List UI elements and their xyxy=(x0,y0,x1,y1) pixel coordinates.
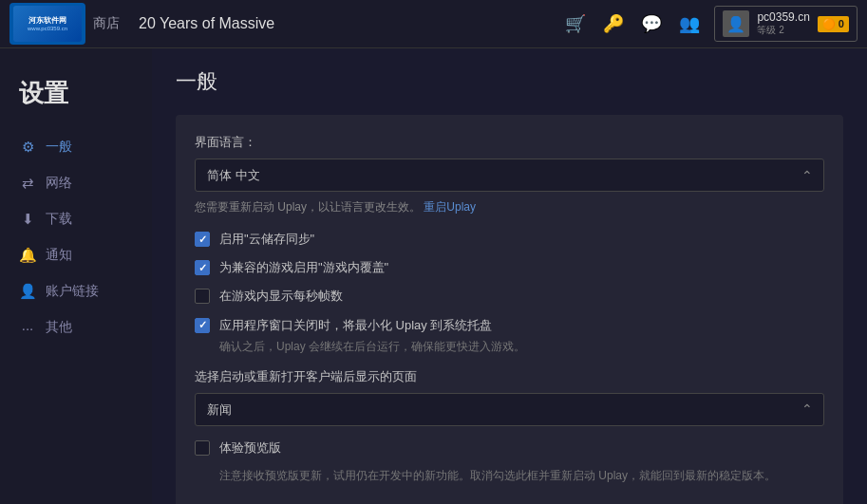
logo-text: 河东软件网 xyxy=(28,16,66,26)
user-level: 等级 2 xyxy=(757,24,809,37)
account-icon: 👤 xyxy=(19,283,36,300)
cart-icon[interactable]: 🛒 xyxy=(565,13,586,34)
section-title: 一般 xyxy=(176,67,843,96)
sidebar-label-download: 下载 xyxy=(46,211,72,228)
preview-note: 注意接收预览版更新，试用仍在开发中的新功能。取消勾选此框并重新启动 Uplay，… xyxy=(219,468,824,484)
sidebar-item-download[interactable]: ⬇ 下载 xyxy=(0,201,152,237)
checkbox-preview-row: 体验预览版 xyxy=(195,439,824,457)
language-label: 界面语言： xyxy=(195,134,824,151)
user-points: 🟠 0 xyxy=(818,16,849,32)
sidebar-title: 设置 xyxy=(0,67,152,129)
logo-url: www.pc0359.cn xyxy=(28,26,67,31)
topnav: 河东软件网 www.pc0359.cn 商店 20 Years of Massi… xyxy=(0,0,867,48)
settings-card: 界面语言： 简体 中文 ⌃ 您需要重新启动 Uplay，以让语言更改生效。 重启… xyxy=(176,115,843,504)
checkbox-preview[interactable] xyxy=(195,440,210,456)
user-menu[interactable]: 👤 pc0359.cn 等级 2 🟠 0 xyxy=(714,6,858,42)
more-icon: ··· xyxy=(19,320,36,336)
sidebar-item-network[interactable]: ⇄ 网络 xyxy=(0,165,152,201)
sidebar-label-other: 其他 xyxy=(46,319,72,336)
nav-icons: 🛒 🔑 💬 👥 xyxy=(565,13,700,34)
checkbox-overlay[interactable] xyxy=(195,260,210,275)
logo: 河东软件网 www.pc0359.cn xyxy=(9,3,85,45)
language-select[interactable]: 简体 中文 xyxy=(195,159,824,192)
sidebar-item-other[interactable]: ··· 其他 xyxy=(0,309,152,345)
page-title: 20 Years of Massive xyxy=(139,15,565,32)
gear-icon: ⚙ xyxy=(19,139,36,156)
sidebar-label-network: 网络 xyxy=(46,175,72,192)
content-area: 一般 界面语言： 简体 中文 ⌃ 您需要重新启动 Uplay，以让语言更改生效。… xyxy=(152,48,867,504)
friends-icon[interactable]: 👥 xyxy=(679,13,700,34)
sidebar-item-account[interactable]: 👤 账户链接 xyxy=(0,273,152,309)
key-icon[interactable]: 🔑 xyxy=(603,13,624,34)
sidebar-label-general: 一般 xyxy=(46,139,72,156)
sidebar: 设置 ⚙ 一般 ⇄ 网络 ⬇ 下载 🔔 通知 👤 账户链接 ··· 其他 xyxy=(0,48,152,504)
sidebar-item-notify[interactable]: 🔔 通知 xyxy=(0,237,152,273)
language-selector-wrapper: 简体 中文 ⌃ xyxy=(195,159,824,192)
sidebar-label-account: 账户链接 xyxy=(46,283,99,300)
sidebar-item-general[interactable]: ⚙ 一般 xyxy=(0,129,152,165)
checkbox-minimize-label: 应用程序窗口关闭时，将最小化 Uplay 到系统托盘 xyxy=(219,317,492,334)
checkbox-fps-label: 在游戏内显示每秒帧数 xyxy=(219,288,343,305)
startup-selector-wrapper: 新闻 ⌃ xyxy=(195,393,824,426)
checkbox-cloud-sync-row: 启用"云储存同步" xyxy=(195,231,824,248)
user-name: pc0359.cn xyxy=(757,10,809,24)
checkbox-cloud-sync[interactable] xyxy=(195,232,210,247)
checkbox-preview-label: 体验预览版 xyxy=(219,439,281,457)
checkbox-minimize[interactable] xyxy=(195,318,210,333)
minimize-note: 确认之后，Uplay 会继续在后台运行，确保能更快进入游戏。 xyxy=(219,339,824,355)
restart-note: 您需要重新启动 Uplay，以让语言更改生效。 重启Uplay xyxy=(195,199,824,215)
chat-icon[interactable]: 💬 xyxy=(641,13,662,34)
checkbox-fps-row: 在游戏内显示每秒帧数 xyxy=(195,288,824,305)
bell-icon: 🔔 xyxy=(19,247,36,264)
sidebar-label-notify: 通知 xyxy=(46,247,72,264)
startup-select[interactable]: 新闻 xyxy=(195,393,824,426)
avatar: 👤 xyxy=(723,10,749,37)
main-layout: 设置 ⚙ 一般 ⇄ 网络 ⬇ 下载 🔔 通知 👤 账户链接 ··· 其他 一般 xyxy=(0,48,867,504)
checkbox-overlay-row: 为兼容的游戏启用"游戏内覆盖" xyxy=(195,259,824,276)
user-info: pc0359.cn 等级 2 xyxy=(757,10,809,37)
store-link[interactable]: 商店 xyxy=(93,15,120,32)
checkbox-cloud-sync-label: 启用"云储存同步" xyxy=(219,231,314,248)
checkbox-fps[interactable] xyxy=(195,289,210,304)
network-icon: ⇄ xyxy=(19,175,36,192)
download-icon: ⬇ xyxy=(19,211,36,228)
checkbox-minimize-row: 应用程序窗口关闭时，将最小化 Uplay 到系统托盘 xyxy=(195,317,824,334)
checkbox-overlay-label: 为兼容的游戏启用"游戏内覆盖" xyxy=(219,259,388,276)
restart-link[interactable]: 重启Uplay xyxy=(424,200,476,214)
startup-label: 选择启动或重新打开客户端后显示的页面 xyxy=(195,368,824,385)
